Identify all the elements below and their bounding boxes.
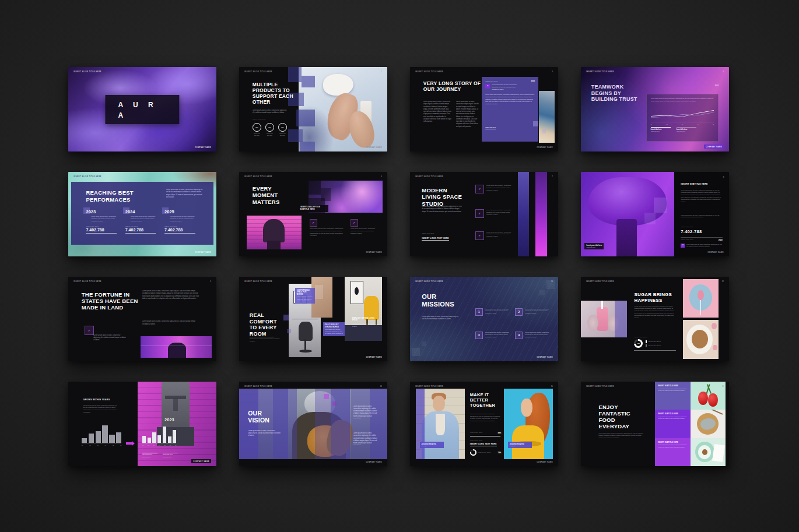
body-text: Lorem ipsum dolor sit amet, consectetur … — [253, 110, 288, 115]
overlay-stripe — [331, 389, 350, 460]
slide-16-food[interactable]: INSERT SLIDE TITLE HERE ENJOY FANTASTIC … — [581, 382, 729, 466]
page-number: 14 — [380, 385, 382, 387]
mission-item: 4 Lorem ipsum dolor sit amet, consectetu… — [515, 332, 552, 343]
feature-text: Lorem ipsum dolor sit amet, consectetur … — [310, 228, 344, 243]
company-name: COMPANY NAME — [195, 251, 211, 253]
bar-chart-right — [142, 427, 176, 443]
company-name: COMPANY NAME — [366, 146, 382, 149]
slide-8-subtitle-stat[interactable]: Insert your title here Insert title here… — [581, 172, 729, 256]
company-name: COMPANY NAME — [537, 461, 553, 463]
slide-4-teamwork[interactable]: INSERT SLIDE TITLE HERE 4 TEAMWORK BEGIN… — [581, 67, 729, 152]
section-heading: GROWS WITHIN YEARS — [83, 399, 110, 401]
body-text: Lorem ipsum dolor sit amet, consectetur … — [142, 290, 202, 317]
mission-item: 2 Lorem ipsum dolor sit amet, consectetu… — [515, 308, 552, 320]
slide-5-performances[interactable]: INSERT SLIDE TITLE HERE REACHING BEST PE… — [68, 172, 216, 256]
percent-ring: 75% — [278, 123, 287, 132]
line-chart — [651, 108, 714, 123]
stat-item: 75% Insert your title here — [265, 123, 274, 136]
slide-10-real-comfort[interactable]: INSERT SLIDE TITLE HERE REAL COMFORT TO … — [239, 277, 387, 361]
chair-stem — [304, 339, 306, 350]
page-number: 16 — [722, 385, 724, 387]
slide-header-placeholder: INSERT SLIDE TITLE HERE — [244, 71, 272, 73]
lollipop-ball — [698, 290, 704, 300]
year-column: 2024 Lorem ipsum dolor sit amet, consect… — [125, 209, 159, 234]
slide-6-every-moment[interactable]: INSERT SLIDE TITLE HERE 6 EVERY MOMENT M… — [239, 172, 387, 256]
legend-item: Insert title here Insert title here — [651, 127, 671, 132]
flower-shape — [713, 345, 717, 350]
legend-item: Insert title here — [646, 344, 661, 347]
caption-text: Lorem ipsum dolor sit amet, consectetur … — [352, 322, 380, 329]
legend-bar-icon — [646, 340, 647, 343]
page-number: 4 — [723, 71, 724, 73]
feature-text: Lorem ipsum dolor sit amet, consectetur … — [486, 185, 516, 194]
long-text-link[interactable]: INSERT LONG TEXT HERE — [470, 443, 497, 446]
slide-title: ENJOY FANTASTIC FOOD EVERYDAY — [598, 404, 637, 430]
slide-13-grows-chart[interactable]: GROWS WITHIN YEARS Lorem ipsum dolor sit… — [68, 382, 216, 466]
slide-12-sugar[interactable]: INSERT SLIDE TITLE HERE 12 SUGAR BRINGS … — [581, 277, 729, 361]
feature-text: Lorem ipsum dolor sit amet, consectetur … — [351, 228, 380, 239]
slide-7-modern-living[interactable]: INSERT SLIDE TITLE HERE 7 MODERN LIVING … — [410, 172, 558, 256]
overlay-stripe — [416, 389, 425, 460]
checkbox: ✓ — [475, 231, 484, 240]
year-label: 2023 — [715, 84, 719, 87]
founder-photo-left — [416, 389, 465, 460]
number-box: 3 — [475, 332, 483, 339]
quote-text: Lorem ipsum dolor sit amet, consectetur … — [686, 244, 722, 250]
person-name: Jonathan Siegfried — [510, 443, 531, 445]
decor-square — [332, 401, 337, 406]
links-text[interactable]: INSERT LINKS TEXT HERE — [422, 237, 448, 241]
body-text: Lorem ipsum dolor sit amet, consectetur … — [142, 320, 202, 329]
decor-square — [644, 213, 656, 224]
moai-nose — [173, 399, 178, 411]
body-text: Lorem ipsum dolor sit amet, consectetur … — [83, 404, 118, 418]
check-icon: ✓ — [478, 234, 481, 237]
slide-14-vision[interactable]: INSERT SLIDE TITLE HERE 14 OUR VISION Lo… — [239, 382, 387, 466]
legend-sub: Insert title here — [163, 456, 178, 457]
slide-header-placeholder: INSERT SLIDE TITLE HERE — [415, 71, 443, 73]
body-column: Lorem ipsum dolor sit amet, consectetur … — [456, 101, 480, 136]
number-box: 4 — [515, 332, 523, 339]
slide-15-team[interactable]: INSERT SLIDE TITLE HERE 15 Jonathan Sieg… — [410, 382, 558, 466]
page-number: 3 — [552, 71, 553, 73]
progress-value: 98% — [498, 432, 502, 434]
slide-title: REAL COMFORT TO EVERY ROOM — [250, 312, 278, 337]
slide-9-fortune[interactable]: INSERT SLIDE TITLE HERE 9 THE FORTUNE IN… — [68, 277, 216, 361]
panel-link[interactable]: Insert text here — [485, 126, 496, 129]
cherry-shape — [708, 393, 718, 406]
flower-shape — [712, 323, 717, 329]
link-caption: Insert text here — [422, 232, 434, 234]
slide-11-missions[interactable]: INSERT SLIDE TITLE HERE 11 OUR MISSIONS … — [410, 277, 558, 361]
slide-title: EVERY MOMENT MATTERS — [253, 185, 291, 205]
feature-text: Lorem ipsum dolor sit amet, consectetur … — [486, 209, 516, 219]
year-value: 2024 — [125, 209, 159, 214]
slide-header-placeholder: INSERT SLIDE TITLE HERE — [244, 175, 272, 178]
cherry-shape — [698, 392, 708, 404]
tan-block — [311, 277, 332, 318]
legend-row: Insert title here Insert title here Inse… — [142, 453, 178, 457]
statue-head-shape — [263, 219, 285, 242]
page-number: 2 — [381, 71, 382, 73]
decor-square — [324, 394, 329, 399]
mission-text: Lorem ipsum dolor sit amet, consectetur … — [485, 332, 513, 343]
slide-1-cover[interactable]: INSERT SLIDE TITLE HERE A U R A COMPANY … — [68, 67, 216, 152]
gradient-bar-indigo — [518, 172, 529, 256]
stats-caption: Insert titles here — [253, 118, 266, 120]
legend-item: Insert title here Insert title here — [163, 453, 178, 457]
slide-3-long-story[interactable]: INSERT SLIDE TITLE HERE 3 VERY LONG STOR… — [410, 67, 558, 152]
slide-title: SUGAR BRINGS HAPPINESS — [634, 292, 678, 303]
company-name: COMPANY NAME — [704, 145, 724, 149]
progress-fill — [470, 436, 500, 437]
decor-square — [287, 329, 291, 333]
value-caption: Insert title here — [86, 226, 120, 227]
stat-value: 7.402.788 — [681, 229, 702, 234]
stats-row: 75% Insert your title here 75% Insert yo… — [253, 123, 287, 136]
slide-2-multiple-products[interactable]: INSERT SLIDE TITLE HERE 2 MULTIPLE PRODU… — [239, 67, 387, 152]
overlay-stripe — [615, 301, 626, 338]
page-number: 7 — [552, 175, 553, 178]
subtitle-cell: INSERT SUBTITLE HERE Lorem ipsum dolor s… — [655, 438, 691, 466]
body-text: Lorem ipsum dolor sit amet, consectetur … — [598, 432, 643, 445]
intro-text: Lorem ipsum dolor sit amet, consectetur … — [166, 189, 205, 199]
slide-header-placeholder: INSERT SLIDE TITLE HERE — [586, 385, 614, 387]
feature-item: ✓ Lorem ipsum dolor sit amet, consectetu… — [475, 185, 516, 194]
person-silhouette — [168, 343, 187, 358]
